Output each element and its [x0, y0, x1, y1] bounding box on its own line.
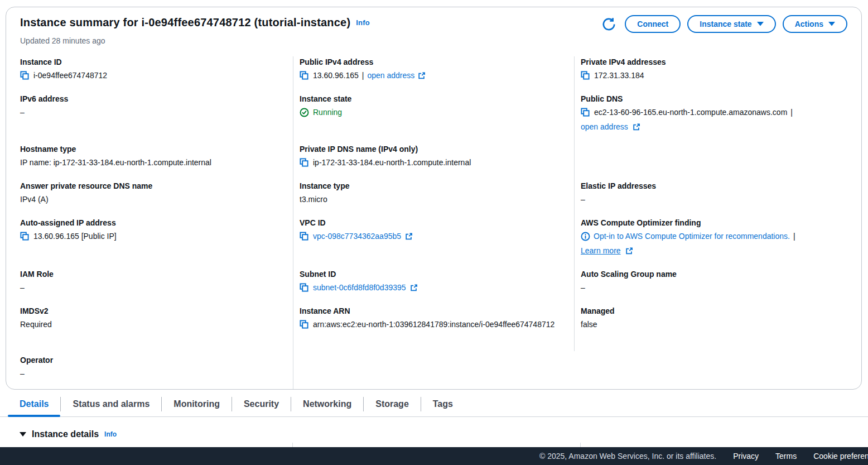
field-label: VPC ID	[300, 217, 562, 228]
field-private-ip-dns: Private IP DNS name (IPv4 only) ip-172-3…	[300, 143, 567, 169]
info-link[interactable]: Info	[356, 18, 370, 27]
privacy-link[interactable]: Privacy	[733, 452, 759, 461]
opt-in-link[interactable]: Opt-in to AWS Compute Optimizer for reco…	[594, 230, 790, 242]
field-label: Private IPv4 addresses	[581, 56, 848, 68]
vpc-id-link[interactable]: vpc-098c7734362aa95b5	[313, 230, 401, 242]
field-label: Instance ID	[20, 56, 282, 68]
footer-content: © 2025, Amazon Web Services, Inc. or its…	[539, 447, 868, 465]
column-divider	[292, 443, 293, 447]
field-public-dns: Public DNS ec2-13-60-96-165.eu-north-1.c…	[581, 93, 848, 133]
refresh-button[interactable]	[599, 15, 618, 33]
updated-timestamp: Updated 28 minutes ago	[20, 36, 105, 45]
field-value: Required	[20, 318, 52, 330]
field-value: false	[581, 318, 597, 330]
info-circle-icon	[581, 232, 590, 241]
collapse-caret-icon[interactable]	[20, 432, 26, 437]
tab-status-and-alarms[interactable]: Status and alarms	[61, 391, 161, 416]
field-value: 13.60.96.165 [Public IP]	[33, 230, 117, 242]
section-title: Instance details	[32, 429, 99, 439]
field-label: IPv6 address	[20, 93, 282, 104]
field-instance-arn: Instance ARN arn:aws:ec2:eu-north-1:0396…	[300, 305, 574, 330]
info-link[interactable]: Info	[104, 430, 117, 438]
field-vpc-id: VPC ID vpc-098c7734362aa95b5	[300, 217, 562, 242]
field-asg-name: Auto Scaling Group name –	[581, 269, 848, 294]
instance-summary-card: Instance summary for i-0e94ffee674748712…	[6, 7, 862, 390]
header-actions: Connect Instance state Actions	[599, 15, 847, 33]
column-divider	[580, 443, 581, 447]
tab-label: Storage	[375, 399, 409, 409]
copy-icon[interactable]	[300, 158, 308, 167]
subnet-id-link[interactable]: subnet-0c6fd8fd8f0d39395	[313, 281, 406, 294]
field-value: arn:aws:ec2:eu-north-1:039612841789:inst…	[313, 320, 554, 329]
field-label: Managed	[581, 305, 848, 317]
external-link-icon	[625, 247, 633, 255]
field-label: IMDSv2	[20, 305, 282, 317]
field-auto-assigned-ip: Auto-assigned IP address 13.60.96.165 [P…	[20, 217, 282, 242]
tab-networking[interactable]: Networking	[291, 391, 363, 416]
field-value: –	[20, 106, 25, 118]
field-label: Subnet ID	[300, 269, 562, 280]
tab-label: Status and alarms	[73, 399, 150, 409]
external-link-icon	[633, 123, 640, 131]
field-value: –	[20, 367, 25, 380]
field-hostname-type: Hostname type IP name: ip-172-31-33-184.…	[20, 143, 282, 169]
copy-icon[interactable]	[581, 108, 590, 117]
page-title: Instance summary for i-0e94ffee674748712…	[20, 16, 370, 29]
copy-icon[interactable]	[300, 71, 308, 80]
instance-state-button-label: Instance state	[700, 20, 751, 28]
field-public-ipv4: Public IPv4 address 13.60.96.165 | open …	[300, 56, 562, 82]
field-instance-state: Instance state Running	[300, 93, 562, 118]
external-link-icon	[405, 232, 413, 240]
tab-label: Tags	[433, 399, 453, 409]
field-label: Public DNS	[581, 93, 848, 104]
copy-icon[interactable]	[20, 232, 29, 241]
tab-monitoring[interactable]: Monitoring	[162, 391, 232, 416]
field-label: Elastic IP addresses	[581, 180, 848, 191]
open-address-link[interactable]: open address	[581, 121, 628, 133]
active-tab-underline	[8, 415, 60, 417]
external-link-icon	[410, 284, 418, 291]
field-value: IP name: ip-172-31-33-184.eu-north-1.com…	[20, 156, 211, 169]
field-value: i-0e94ffee674748712	[33, 69, 107, 82]
field-value: –	[581, 281, 585, 294]
field-value: IPv4 (A)	[20, 193, 49, 205]
copy-icon[interactable]	[300, 283, 308, 292]
caret-down-icon	[757, 22, 764, 26]
tab-security[interactable]: Security	[232, 391, 291, 416]
tab-bar: Details Status and alarms Monitoring Sec…	[0, 391, 868, 417]
instance-state-button[interactable]: Instance state	[687, 15, 775, 33]
actions-button[interactable]: Actions	[783, 15, 847, 33]
copy-icon[interactable]	[20, 71, 29, 80]
external-link-icon	[418, 71, 426, 79]
tab-details[interactable]: Details	[8, 391, 60, 416]
field-label: Operator	[20, 354, 282, 366]
cookie-preferences-link[interactable]: Cookie preferences	[813, 452, 868, 461]
open-address-link[interactable]: open address	[367, 69, 414, 82]
copy-icon[interactable]	[300, 232, 308, 241]
copy-icon[interactable]	[581, 71, 590, 80]
tab-storage[interactable]: Storage	[364, 391, 421, 416]
field-instance-type: Instance type t3.micro	[300, 180, 562, 205]
separator: |	[790, 106, 793, 118]
learn-more-link[interactable]: Learn more	[581, 245, 621, 257]
connect-button[interactable]: Connect	[625, 15, 681, 33]
field-label: Auto Scaling Group name	[581, 269, 848, 280]
instance-details-header[interactable]: Instance details Info	[20, 429, 117, 439]
terms-link[interactable]: Terms	[775, 452, 797, 461]
copyright-text: © 2025, Amazon Web Services, Inc. or its…	[539, 452, 716, 461]
tab-tags[interactable]: Tags	[421, 391, 465, 416]
field-answer-private-dns: Answer private resource DNS name IPv4 (A…	[20, 180, 282, 205]
copy-icon[interactable]	[300, 320, 308, 329]
status-success-icon	[300, 108, 309, 117]
field-label: IAM Role	[20, 269, 282, 280]
field-iam-role: IAM Role –	[20, 269, 282, 294]
field-value: 13.60.96.165	[313, 69, 359, 82]
field-value: t3.micro	[300, 193, 327, 205]
field-label: Instance state	[300, 93, 562, 104]
tab-label: Details	[20, 399, 49, 409]
field-label: Private IP DNS name (IPv4 only)	[300, 143, 567, 155]
tab-label: Networking	[303, 399, 351, 409]
field-value: 172.31.33.184	[594, 69, 644, 82]
field-compute-optimizer: AWS Compute Optimizer finding Opt-in to …	[581, 217, 848, 257]
field-elastic-ip: Elastic IP addresses –	[581, 180, 848, 205]
